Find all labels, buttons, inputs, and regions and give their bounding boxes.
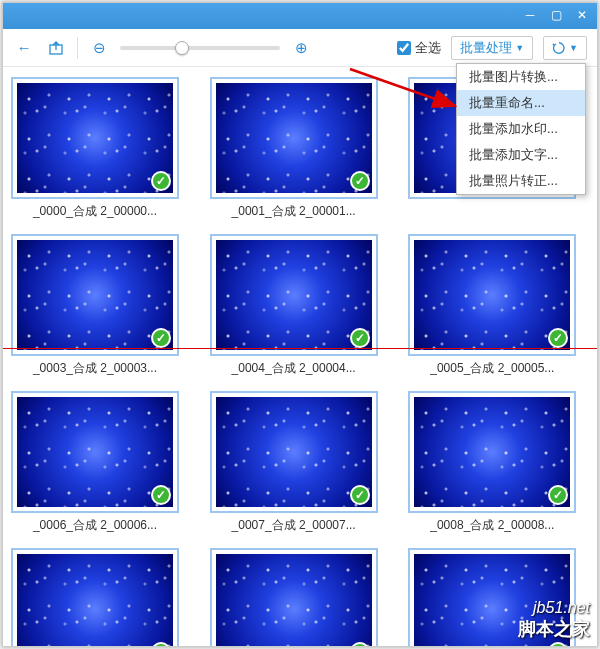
maximize-button[interactable]: ▢ [543, 6, 569, 24]
thumbnail[interactable]: ✓ [210, 548, 378, 646]
thumbnail[interactable]: ✓_0003_合成 2_00003... [11, 234, 179, 377]
menu-item[interactable]: 批量照片转正... [457, 168, 585, 194]
select-all-input[interactable] [397, 41, 411, 55]
zoom-slider[interactable] [120, 46, 280, 50]
thumbnail[interactable]: ✓_0004_合成 2_00004... [210, 234, 378, 377]
batch-process-label: 批量处理 [460, 39, 512, 57]
check-icon: ✓ [350, 485, 370, 505]
check-icon: ✓ [350, 328, 370, 348]
batch-process-menu: 批量图片转换...批量重命名...批量添加水印...批量添加文字...批量照片转… [456, 63, 586, 195]
thumbnail[interactable]: ✓_0007_合成 2_00007... [210, 391, 378, 534]
thumbnail[interactable]: ✓_0006_合成 2_00006... [11, 391, 179, 534]
watermark: jb51.net 脚本之家 [518, 599, 590, 641]
zoom-slider-knob[interactable] [175, 41, 189, 55]
close-button[interactable]: ✕ [569, 6, 595, 24]
thumbnail-image[interactable]: ✓ [11, 77, 179, 199]
thumbnail-caption: _0007_合成 2_00007... [210, 517, 378, 534]
thumbnail-image[interactable]: ✓ [11, 391, 179, 513]
batch-process-button[interactable]: 批量处理 ▼ [451, 36, 533, 60]
minimize-button[interactable]: ─ [517, 6, 543, 24]
thumbnail-caption: _0000_合成 2_00000... [11, 203, 179, 220]
chevron-down-icon: ▼ [515, 43, 524, 53]
check-icon: ✓ [151, 328, 171, 348]
menu-item[interactable]: 批量添加文字... [457, 142, 585, 168]
thumbnail-image[interactable]: ✓ [210, 391, 378, 513]
thumbnail-caption: _0004_合成 2_00004... [210, 360, 378, 377]
thumbnail-image[interactable]: ✓ [210, 77, 378, 199]
select-all-checkbox[interactable]: 全选 [397, 39, 441, 57]
watermark-name: 脚本之家 [518, 617, 590, 641]
menu-item[interactable]: 批量添加水印... [457, 116, 585, 142]
watermark-domain: jb51.net [518, 599, 590, 617]
thumbnail-image[interactable]: ✓ [210, 548, 378, 646]
thumbnail-image[interactable]: ✓ [11, 234, 179, 356]
rotate-button[interactable]: ▼ [543, 36, 587, 60]
thumbnail-image[interactable]: ✓ [11, 548, 179, 646]
thumbnail-caption: _0008_合成 2_00008... [408, 517, 576, 534]
thumbnail-image[interactable]: ✓ [408, 234, 576, 356]
toolbar: ← ⊖ ⊕ 全选 批量处理 ▼ ▼ [3, 29, 597, 67]
select-all-label: 全选 [415, 39, 441, 57]
thumbnail[interactable]: ✓_0001_合成 2_00001... [210, 77, 378, 220]
menu-item[interactable]: 批量图片转换... [457, 64, 585, 90]
up-level-button[interactable] [45, 37, 67, 59]
titlebar[interactable]: ─ ▢ ✕ [3, 3, 597, 29]
thumbnail-caption: _0001_合成 2_00001... [210, 203, 378, 220]
zoom-out-button[interactable]: ⊖ [88, 37, 110, 59]
chevron-down-icon: ▼ [569, 43, 578, 53]
check-icon: ✓ [350, 171, 370, 191]
thumbnail-caption: _0006_合成 2_00006... [11, 517, 179, 534]
thumbnail[interactable]: ✓_0008_合成 2_00008... [408, 391, 576, 534]
thumbnail[interactable]: ✓_0005_合成 2_00005... [408, 234, 576, 377]
thumbnail-image[interactable]: ✓ [408, 391, 576, 513]
thumbnail[interactable]: ✓_0000_合成 2_00000... [11, 77, 179, 220]
check-icon: ✓ [151, 171, 171, 191]
zoom-in-button[interactable]: ⊕ [290, 37, 312, 59]
back-button[interactable]: ← [13, 37, 35, 59]
thumbnail-caption: _0005_合成 2_00005... [408, 360, 576, 377]
thumbnail[interactable]: ✓ [11, 548, 179, 646]
annotation-line [3, 348, 597, 349]
thumbnail-caption: _0003_合成 2_00003... [11, 360, 179, 377]
thumbnail-image[interactable]: ✓ [210, 234, 378, 356]
menu-item[interactable]: 批量重命名... [457, 90, 585, 116]
check-icon: ✓ [151, 485, 171, 505]
